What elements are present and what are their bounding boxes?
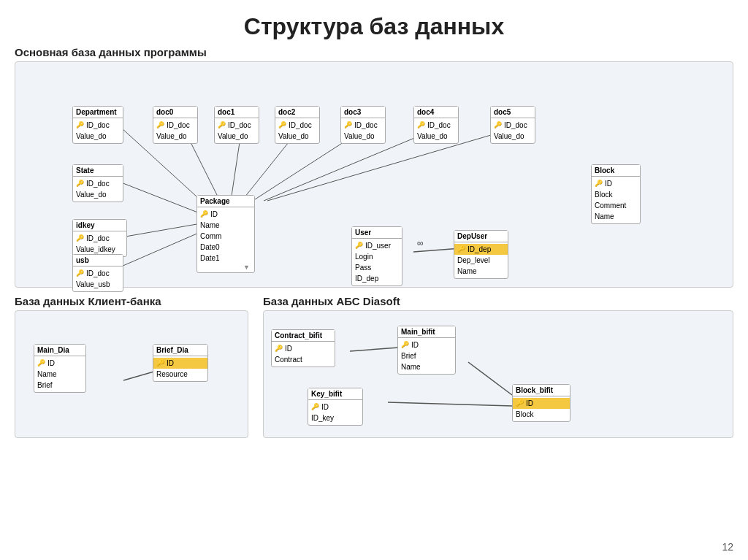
client-bank-label: База данных Клиент-банка xyxy=(15,295,248,307)
diasoft-diagram: Contract_bifit 🔑ID Contract Main_bifit 🔑… xyxy=(263,310,733,438)
table-key-bifit: Key_bifit 🔑ID ID_key xyxy=(308,388,363,426)
table-doc4: doc4 🔑ID_doc Value_do xyxy=(413,106,459,144)
table-block-bifit: Block_bifit 🔑ID Block xyxy=(512,384,570,422)
table-usb: usb 🔑ID_doc Value_usb xyxy=(72,254,123,292)
table-contract-bifit: Contract_bifit 🔑ID Contract xyxy=(271,329,335,367)
table-doc5: doc5 🔑ID_doc Value_do xyxy=(490,106,535,144)
svg-text:∞: ∞ xyxy=(417,238,424,248)
table-main-dia: Main_Dia 🔑ID Name Brief xyxy=(34,344,86,393)
svg-line-8 xyxy=(121,223,205,237)
client-bank-section: База данных Клиент-банка Main_Dia 🔑ID Na… xyxy=(15,295,248,438)
page-title: Структура баз данных xyxy=(0,0,748,46)
svg-line-14 xyxy=(350,348,399,351)
table-department: Department 🔑ID_doc Value_do xyxy=(72,106,123,144)
svg-line-16 xyxy=(388,402,512,406)
svg-line-7 xyxy=(121,183,205,215)
table-doc0: doc0 🔑ID_doc Value_do xyxy=(153,106,198,144)
table-doc2: doc2 🔑ID_doc Value_do xyxy=(275,106,320,144)
main-db-label: Основная база данных программы xyxy=(15,46,733,58)
table-idkey: idkey 🔑ID_doc Value_idkey xyxy=(72,219,127,257)
table-block: Block 🔑ID Block Comment Name xyxy=(591,164,641,224)
main-db-diagram: ∞ 1 Department 🔑ID_doc Value_do doc0 🔑ID… xyxy=(15,61,733,288)
table-state: State 🔑ID_doc Value_do xyxy=(72,164,123,202)
page-number: 12 xyxy=(722,541,733,553)
table-depuser: DepUser 🔑ID_dep Dep_level Name xyxy=(454,230,508,279)
table-user: User 🔑ID_user Login Pass ID_dep xyxy=(351,226,402,286)
svg-line-9 xyxy=(121,230,205,266)
bottom-sections: База данных Клиент-банка Main_Dia 🔑ID Na… xyxy=(15,295,733,438)
diasoft-label: База данных АБС Diasoft xyxy=(263,295,733,307)
svg-line-15 xyxy=(468,362,512,395)
table-doc3: doc3 🔑ID_doc Value_do xyxy=(340,106,386,144)
table-main-bifit: Main_bifit 🔑ID Brief Name xyxy=(397,326,456,375)
table-doc1: doc1 🔑ID_doc Value_do xyxy=(214,106,259,144)
table-brief-dia: Brief_Dia 🔑ID Resource xyxy=(153,344,208,382)
client-bank-diagram: Main_Dia 🔑ID Name Brief Brief_Dia 🔑ID Re… xyxy=(15,310,248,438)
diasoft-section: База данных АБС Diasoft Contract_bifit 🔑… xyxy=(263,295,733,438)
table-package: Package 🔑ID Name Comm Date0 Date1 ▼ xyxy=(196,195,255,273)
